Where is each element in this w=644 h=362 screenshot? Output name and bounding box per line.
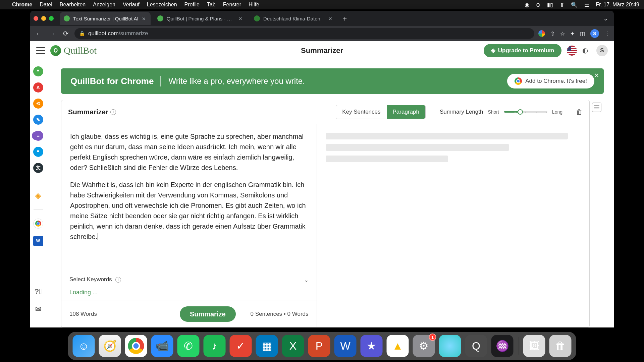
control-center-icon[interactable]: ⚌ (584, 2, 589, 8)
menu-profile[interactable]: Profile (184, 2, 200, 8)
tab-overflow-icon[interactable]: ⌄ (603, 15, 608, 22)
minimize-window-button[interactable] (41, 16, 46, 21)
dock-powerpoint[interactable]: P (308, 335, 330, 357)
chrome-menu-icon[interactable]: ⋮ (604, 31, 610, 37)
summary-mode-toggle: Key Sentences Paragraph (336, 105, 426, 119)
summarize-button[interactable]: Summarize (180, 306, 236, 322)
dock-quicktime[interactable]: Q (465, 335, 487, 357)
input-paragraph: Die Wahrheit is, dass ich bin kein Exper… (70, 180, 308, 242)
history-icon[interactable] (592, 103, 601, 112)
input-pane: Ich glaube, dass es wichtig is, eine gut… (61, 124, 317, 327)
slider-thumb[interactable] (518, 109, 523, 115)
dock-finder[interactable]: ☺ (73, 335, 95, 357)
dock-badge: 1 (429, 334, 436, 341)
menu-hilfe[interactable]: Hilfe (249, 2, 259, 8)
length-slider[interactable] (504, 111, 547, 113)
spotlight-icon[interactable]: 🔍 (571, 2, 578, 8)
sidepanel-icon[interactable]: ◫ (580, 31, 585, 37)
chrome-profile-button[interactable]: S (590, 29, 599, 38)
menubar-app-name[interactable]: Chrome (12, 2, 32, 8)
mode-key-sentences-button[interactable]: Key Sentences (336, 105, 386, 119)
close-window-button[interactable] (34, 16, 38, 21)
tab-active[interactable]: Text Summarizer | QuillBot AI ✕ (60, 12, 151, 25)
chrome-extension-icon[interactable] (33, 219, 43, 229)
tab-klima[interactable]: Deutschland Klima-Daten. ✕ (250, 12, 337, 25)
dock-chrome[interactable] (125, 335, 147, 357)
theme-toggle-icon[interactable]: ◐ (582, 46, 591, 55)
tab-title: Deutschland Klima-Daten. (263, 16, 325, 21)
back-button[interactable]: ← (34, 29, 44, 38)
tab-close-icon[interactable]: ✕ (238, 16, 243, 21)
cowriter-icon[interactable]: ✎ (33, 115, 43, 125)
status-record-icon[interactable]: ◉ (525, 2, 529, 8)
dock-preview[interactable]: 🖼 (523, 335, 545, 357)
paraphraser-icon[interactable]: ❝ (33, 66, 43, 76)
menu-verlauf[interactable]: Verlauf (123, 2, 140, 8)
address-bar[interactable]: 🔒 quillbot.com/summarize (74, 28, 534, 39)
tab-close-icon[interactable]: ✕ (328, 16, 333, 21)
upgrade-premium-button[interactable]: ◈ Upgrade to Premium (484, 44, 561, 57)
dock-imovie[interactable]: ★ (361, 335, 383, 357)
card-title: Summarizer i (68, 108, 116, 116)
dock-zoom[interactable]: 📹 (151, 335, 173, 357)
dock-trash[interactable]: 🗑 (549, 335, 572, 357)
info-icon[interactable]: i (110, 109, 116, 115)
maximize-window-button[interactable] (49, 16, 54, 21)
quillbot-logo-icon: Q (50, 45, 61, 56)
battery-icon[interactable]: ▮▯ (547, 2, 553, 8)
new-tab-button[interactable]: ＋ (340, 13, 350, 23)
mode-paragraph-button[interactable]: Paragraph (387, 105, 425, 119)
brand-logo[interactable]: Q QuillBot (50, 45, 97, 56)
menu-tab[interactable]: Tab (207, 2, 216, 8)
brand-name: QuillBot (64, 45, 97, 56)
premium-label: Upgrade to Premium (498, 47, 554, 54)
install-icon[interactable]: ⇧ (550, 31, 555, 37)
bookmark-icon[interactable]: ☆ (560, 31, 565, 37)
dock-todoist[interactable]: ✓ (230, 335, 252, 357)
feedback-mail-icon[interactable]: ✉ (33, 304, 43, 314)
language-flag-button[interactable] (567, 46, 577, 56)
premium-diamond-icon[interactable]: ◈ (33, 191, 43, 201)
dock-settings[interactable]: ⚙1 (413, 335, 435, 357)
dock-whatsapp[interactable]: ✆ (177, 335, 200, 357)
help-icon[interactable]: ?⃝ (33, 287, 43, 297)
citation-icon[interactable]: ❝ (33, 147, 43, 157)
clock[interactable]: Fr. 17. März 20:49 (596, 2, 639, 8)
menu-fenster[interactable]: Fenster (223, 2, 241, 8)
clear-input-icon[interactable]: 🗑 (576, 108, 583, 116)
tab-pricing[interactable]: QuillBot | Pricing & Plans - Up… ✕ (153, 12, 247, 25)
google-icon[interactable] (538, 30, 545, 37)
menu-bearbeiten[interactable]: Bearbeiten (60, 2, 86, 8)
grammar-icon[interactable]: A (33, 82, 43, 93)
user-avatar-button[interactable]: S (596, 45, 608, 56)
dock-trello[interactable]: ▦ (256, 335, 278, 357)
word-extension-icon[interactable]: W (33, 236, 43, 246)
hamburger-menu-icon[interactable] (36, 47, 45, 54)
dock-word[interactable]: W (334, 335, 357, 357)
dock-audio[interactable]: ♒ (491, 335, 514, 357)
tab-favicon (254, 15, 260, 21)
dock-divider (518, 337, 519, 355)
input-textarea[interactable]: Ich glaube, dass es wichtig is, eine gut… (61, 124, 317, 272)
plagiarism-icon[interactable]: ⟲ (33, 99, 43, 109)
dock-spotify[interactable]: ♪ (204, 335, 226, 357)
reload-button[interactable]: ⟳ (61, 29, 70, 38)
menu-anzeigen[interactable]: Anzeigen (93, 2, 115, 8)
dock-safari[interactable]: 🧭 (99, 335, 121, 357)
menu-datei[interactable]: Datei (40, 2, 52, 8)
dock-drive[interactable]: ▲ (387, 335, 409, 357)
dock-excel[interactable]: X (282, 335, 304, 357)
extensions-icon[interactable]: ✦ (570, 31, 575, 37)
tab-close-icon[interactable]: ✕ (142, 16, 147, 21)
banner-close-icon[interactable]: ✕ (594, 72, 599, 79)
summarizer-icon[interactable]: ≡ (33, 131, 43, 141)
menu-lesezeichen[interactable]: Lesezeichen (147, 2, 177, 8)
dock-app1[interactable] (439, 335, 461, 357)
select-keywords-toggle[interactable]: Select Keywords i ⌃ (61, 272, 317, 287)
status-play-icon[interactable]: ⊙ (536, 2, 540, 8)
add-to-chrome-button[interactable]: Add to Chrome. It's free! (507, 74, 594, 88)
wifi-icon[interactable]: ⥣ (560, 2, 564, 8)
translator-icon[interactable]: 文 (33, 163, 43, 173)
forward-button[interactable]: → (48, 29, 57, 38)
info-icon[interactable]: i (115, 277, 121, 283)
